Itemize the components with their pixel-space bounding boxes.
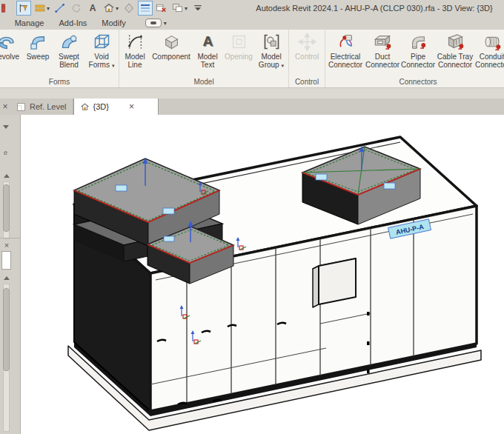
plan-view-icon [16, 102, 26, 112]
quick-access-toolbar: ▾A▾▾ [0, 0, 205, 16]
dropdown-arrow-icon[interactable]: ▾ [185, 5, 188, 12]
chevron-down-icon[interactable] [3, 125, 9, 129]
aligned-dimension-button[interactable] [16, 1, 31, 16]
thin-lines-button[interactable] [138, 1, 153, 16]
button-label: Control [295, 53, 319, 61]
customize-qat-icon [192, 2, 204, 14]
ribbon-tab-manage[interactable]: Manage [7, 17, 52, 29]
ribbon-tab-bar: ViewManageAdd-InsModify ▾ [0, 16, 504, 30]
sweep-icon [28, 32, 48, 52]
swept-blend-icon [59, 32, 79, 52]
scroll-up-icon[interactable] [4, 276, 10, 280]
cable-tray-connector-button[interactable]: Cable Tray Connector [436, 31, 474, 69]
button-label: Revolve [0, 53, 19, 61]
button-label: Cable Tray Connector [436, 53, 474, 69]
dimension-tag[interactable] [384, 183, 395, 189]
section-marker-button[interactable] [122, 1, 136, 16]
svg-text:A: A [90, 3, 96, 13]
component-icon [162, 32, 182, 52]
3d-viewport-canvas[interactable]: AHU-P-A [21, 115, 504, 434]
dimension-button[interactable]: ▾ [33, 1, 51, 16]
conduit-connector-icon [483, 32, 503, 52]
default-3d-view-icon [103, 2, 115, 14]
panel-label: Connectors [325, 77, 504, 87]
scrollbar-thumb[interactable] [3, 288, 10, 371]
sweep-button[interactable]: Sweep [23, 31, 53, 61]
palette-text-fragment: e [4, 149, 7, 156]
void-forms-button[interactable]: Void Forms ▾ [85, 31, 118, 70]
conduit-connector-button[interactable]: Conduit Connector [474, 31, 504, 69]
measure-icon [54, 2, 66, 14]
close-hidden-windows-icon [156, 2, 168, 14]
sync-button[interactable] [69, 1, 84, 16]
ribbon-tabs: ViewManageAdd-InsModify [0, 17, 133, 29]
model-line-icon [125, 32, 145, 52]
duct-connector-button[interactable]: Duct Connector [365, 31, 400, 69]
model-text-icon: AA [198, 32, 218, 52]
swept-blend-button[interactable]: Swept Blend [53, 31, 85, 69]
model-text-button[interactable]: AAModel Text [193, 31, 222, 69]
control-icon [297, 32, 317, 52]
dropdown-arrow-icon[interactable]: ▾ [116, 5, 119, 12]
electrical-connector-button[interactable]: Electrical Connector [326, 31, 365, 69]
view-tab-label: Ref. Level [30, 102, 67, 111]
button-label: Component [152, 53, 190, 61]
ribbon-tab-add-ins[interactable]: Add-Ins [51, 17, 94, 29]
button-label: Electrical Connector [326, 53, 365, 69]
electrical-connector-icon [336, 32, 356, 52]
view-tab--3d-[interactable]: {3D}× [73, 99, 159, 115]
view-tab-ref-level[interactable]: Ref. Level [10, 99, 73, 115]
void-forms-icon [92, 32, 112, 52]
browser-search-box[interactable] [1, 251, 11, 270]
text-tool-button[interactable]: A [85, 1, 100, 16]
revolve-button[interactable]: Revolve [0, 31, 23, 61]
ribbon-tab-view[interactable]: View [0, 17, 7, 29]
dropdown-arrow-icon[interactable]: ▾ [47, 5, 50, 12]
pipe-connector-button[interactable]: Pipe Connector [400, 31, 436, 69]
drawing-area[interactable]: AHU-P-A [21, 115, 504, 434]
component-button[interactable]: Component [150, 31, 193, 61]
button-label: Duct Connector [365, 53, 400, 69]
modify-mode-chip[interactable]: ▾ [145, 19, 167, 27]
section-marker-icon [123, 2, 135, 14]
clipped-tool-button[interactable] [0, 1, 15, 16]
dropdown-arrow-icon[interactable]: ▾ [280, 63, 284, 68]
close-hidden-windows-button[interactable] [154, 1, 169, 16]
switch-windows-button[interactable]: ▾ [170, 1, 189, 16]
ribbon: RevolveSweepSwept BlendVoid Forms ▾Forms… [0, 30, 504, 88]
dimension-tag[interactable] [164, 236, 174, 241]
customize-qat-button[interactable] [190, 1, 205, 16]
default-3d-view-button[interactable]: ▾ [102, 1, 120, 16]
control-button: Control [290, 31, 324, 61]
panel-label: Forms [0, 77, 119, 87]
dropdown-arrow-icon[interactable]: ▾ [164, 20, 167, 27]
left-palette-strip: e × [0, 115, 21, 434]
button-label: Swept Blend [53, 53, 85, 69]
model-group-button[interactable]: Model Group ▾ [255, 31, 288, 70]
palette-close-icon[interactable]: × [0, 99, 10, 115]
model-line-button[interactable]: Model Line [120, 31, 150, 69]
dimension-tag[interactable] [316, 174, 327, 180]
dropdown-arrow-icon[interactable]: ▾ [110, 63, 114, 68]
measure-button[interactable] [53, 1, 67, 16]
panel-label: Model [119, 77, 288, 87]
browser-close-icon[interactable]: × [2, 241, 11, 250]
thin-lines-icon [139, 2, 151, 14]
close-icon[interactable]: × [129, 101, 134, 112]
mode-indicator-icon[interactable] [145, 19, 162, 27]
aligned-dimension-icon [18, 2, 30, 14]
button-label: Model Text [193, 53, 222, 69]
ribbon-tab-modify[interactable]: Modify [94, 17, 133, 29]
button-label: Void Forms ▾ [85, 53, 118, 70]
button-label: Conduit Connector [474, 53, 504, 69]
ribbon-panel-model: Model LineComponentAAModel TextOpeningMo… [119, 30, 289, 87]
switch-windows-icon [172, 2, 184, 14]
ribbon-band [0, 88, 504, 99]
duct-connector-icon [373, 32, 393, 52]
button-label: Model Line [120, 53, 150, 69]
dimension-tag[interactable] [163, 208, 174, 214]
button-label: Sweep [27, 53, 50, 61]
dimension-tag[interactable] [116, 185, 127, 191]
scrollbar-thumb[interactable] [3, 184, 10, 232]
scroll-up-icon[interactable] [4, 174, 10, 178]
